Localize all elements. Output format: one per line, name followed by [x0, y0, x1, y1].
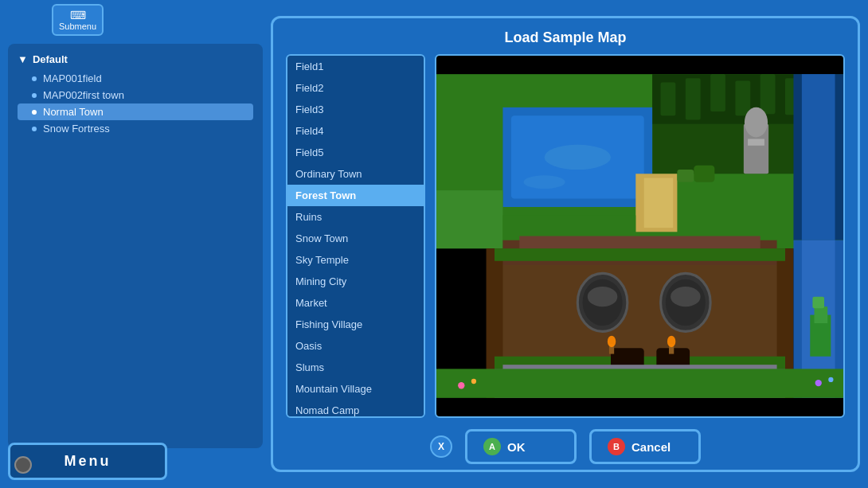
ok-label: OK	[507, 440, 526, 454]
submenu-icon: ⌨	[58, 9, 97, 21]
list-item-forest-town[interactable]: Forest Town	[287, 185, 424, 206]
svg-point-56	[828, 377, 833, 382]
svg-rect-17	[436, 190, 502, 248]
triangle-icon: ▼	[18, 53, 28, 65]
sidebar-section-default: ▼ Default MAP001field MAP002first town N…	[18, 53, 253, 137]
list-item-field5[interactable]: Field5	[287, 142, 424, 163]
sidebar-dot-active	[32, 110, 37, 115]
svg-rect-48	[815, 306, 828, 323]
sidebar: ▼ Default MAP001field MAP002first town N…	[8, 44, 263, 448]
list-item-sky-temple[interactable]: Sky Temple	[287, 249, 424, 271]
sidebar-item-map001field[interactable]: MAP001field	[18, 70, 253, 87]
svg-point-34	[588, 287, 618, 306]
cancel-label: Cancel	[631, 440, 671, 454]
list-item-ordinary-town[interactable]: Ordinary Town	[287, 163, 424, 185]
svg-rect-24	[694, 166, 714, 182]
sidebar-dot	[32, 76, 37, 81]
menu-button[interactable]: Menu	[8, 443, 167, 480]
svg-rect-23	[748, 139, 764, 145]
svg-rect-49	[812, 297, 824, 309]
sidebar-item-map002first-town[interactable]: MAP002first town	[18, 87, 253, 103]
svg-rect-30	[495, 248, 785, 261]
map-list[interactable]: Field1 Field2 Field3 Field4 Field5 Ordin…	[286, 54, 425, 418]
list-item-field2[interactable]: Field2	[287, 77, 424, 99]
svg-rect-28	[519, 236, 760, 249]
list-item-oasis[interactable]: Oasis	[287, 335, 424, 357]
map-preview	[435, 54, 845, 418]
dialog-title: Load Sample Map	[273, 18, 858, 54]
btn-b-badge: B	[608, 438, 625, 455]
btn-a-badge: A	[483, 438, 501, 455]
list-item-slums[interactable]: Slums	[287, 357, 424, 378]
list-item-snow-town[interactable]: Snow Town	[287, 228, 424, 249]
svg-point-22	[745, 107, 768, 138]
list-item-field4[interactable]: Field4	[287, 120, 424, 142]
list-item-nomad-camp[interactable]: Nomad Camp	[287, 400, 424, 418]
svg-point-41	[608, 336, 616, 348]
sidebar-section-header: ▼ Default	[18, 53, 253, 65]
menu-button-circle-icon	[14, 456, 32, 474]
list-item-fishing-village[interactable]: Fishing Village	[287, 314, 424, 335]
list-item-market[interactable]: Market	[287, 292, 424, 314]
svg-rect-25	[677, 170, 694, 182]
list-item-ruins[interactable]: Ruins	[287, 206, 424, 228]
svg-point-54	[471, 379, 476, 384]
dialog-body: Field1 Field2 Field3 Field4 Field5 Ordin…	[273, 54, 858, 418]
svg-point-37	[671, 287, 701, 306]
sidebar-dot	[32, 127, 37, 131]
svg-point-13	[545, 145, 611, 170]
list-item-field1[interactable]: Field1	[287, 56, 424, 77]
map-svg	[436, 56, 843, 416]
list-item-mining-city[interactable]: Mining City	[287, 271, 424, 292]
svg-rect-20	[802, 74, 835, 240]
svg-point-55	[815, 380, 822, 386]
ok-button[interactable]: A OK	[465, 429, 577, 464]
dialog-footer: X A OK B Cancel	[273, 418, 858, 472]
sidebar-item-normal-town[interactable]: Normal Town	[18, 103, 253, 120]
sidebar-dot	[32, 93, 37, 98]
list-item-mountain-village[interactable]: Mountain Village	[287, 378, 424, 400]
sidebar-item-snow-fortress[interactable]: Snow Fortress	[18, 120, 253, 137]
list-item-field3[interactable]: Field3	[287, 99, 424, 120]
close-button[interactable]: X	[430, 435, 452, 458]
svg-point-53	[458, 382, 464, 388]
svg-rect-52	[436, 369, 843, 398]
submenu-button[interactable]: ⌨ Submenu	[52, 4, 104, 36]
svg-point-14	[524, 175, 565, 189]
cancel-button[interactable]: B Cancel	[589, 429, 701, 464]
svg-point-43	[667, 336, 675, 348]
load-sample-map-dialog: Load Sample Map Field1 Field2 Field3 Fie…	[271, 16, 860, 472]
svg-rect-16	[644, 178, 674, 228]
